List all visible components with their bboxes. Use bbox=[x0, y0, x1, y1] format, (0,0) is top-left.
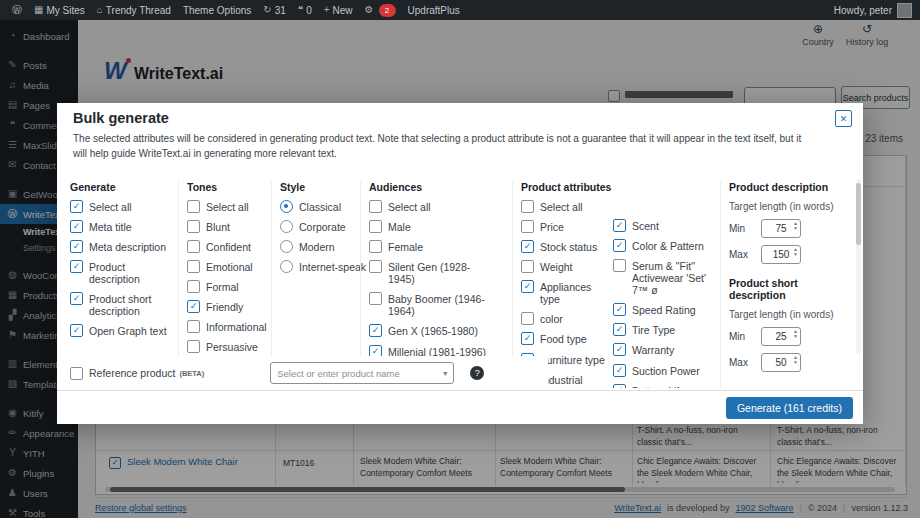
checkbox-product-short-description[interactable]: Product short description bbox=[70, 292, 175, 317]
checkbox-friendly[interactable]: Friendly bbox=[187, 300, 273, 313]
checkbox-icon bbox=[369, 240, 382, 253]
checkbox-color[interactable]: color bbox=[521, 312, 613, 325]
checkbox-meta-description[interactable]: Meta description bbox=[70, 240, 175, 253]
checkbox-baby-boomer-1946-1964[interactable]: Baby Boomer (1946-1964) bbox=[369, 292, 495, 317]
checkbox-price[interactable]: Price bbox=[521, 220, 613, 233]
checkbox-formal[interactable]: Formal bbox=[187, 280, 273, 293]
checkbox-select-all[interactable]: Select all bbox=[70, 200, 175, 213]
admin-bar-item-plugin-icon[interactable]: ⚙2 bbox=[359, 0, 402, 20]
generate-button[interactable]: Generate (161 credits) bbox=[726, 397, 853, 419]
option-label: Weight bbox=[540, 260, 573, 273]
checkbox-speed-rating[interactable]: Speed Rating bbox=[613, 303, 718, 316]
checkbox-color-pattern[interactable]: Color & Pattern bbox=[613, 239, 718, 252]
admin-bar-item-theme-options[interactable]: Theme Options bbox=[177, 0, 257, 20]
checkbox-weight[interactable]: Weight bbox=[521, 260, 613, 273]
modal-scrollbar-thumb[interactable] bbox=[856, 183, 861, 245]
checkbox-product-description[interactable]: Product description bbox=[70, 260, 175, 285]
radio-icon bbox=[280, 240, 293, 253]
option-label: Battery Life bbox=[632, 384, 685, 388]
checkbox-icon bbox=[70, 324, 83, 337]
short-description-max-input[interactable]: 50 ▲▼ bbox=[761, 353, 801, 372]
option-label: Modern bbox=[299, 240, 335, 253]
checkbox-select-all[interactable]: Select all bbox=[521, 200, 613, 213]
close-icon[interactable]: ✕ bbox=[835, 110, 852, 127]
admin-bar-item-updraftplus[interactable]: UpdraftPlus bbox=[402, 0, 466, 20]
checkbox-confident[interactable]: Confident bbox=[187, 240, 273, 253]
checkbox-appliances-type[interactable]: Appliances type bbox=[521, 280, 613, 305]
plugin-icon: ⚙ bbox=[365, 5, 374, 15]
checkbox-gen-x-1965-1980[interactable]: Gen X (1965-1980) bbox=[369, 324, 495, 337]
select-placeholder: Select or enter product name bbox=[277, 368, 400, 379]
product-short-description-header: Product short description bbox=[729, 277, 851, 302]
radio-modern[interactable]: Modern bbox=[280, 240, 368, 253]
checkbox-icon bbox=[187, 320, 200, 333]
checkbox-suction-power[interactable]: Suction Power bbox=[613, 364, 718, 377]
admin-bar-item-new[interactable]: +New bbox=[318, 0, 359, 20]
radio-classical[interactable]: Classical bbox=[280, 200, 368, 213]
admin-bar-item-0[interactable]: ❝0 bbox=[292, 0, 318, 20]
checkbox-icon bbox=[187, 220, 200, 233]
checkbox-icon bbox=[70, 220, 83, 233]
stepper-arrows-icon[interactable]: ▲▼ bbox=[793, 329, 798, 339]
admin-bar-item-wordpress-logo-icon[interactable]: Ⓦ bbox=[6, 0, 28, 20]
checkbox-icon bbox=[521, 260, 534, 273]
reference-product-select[interactable]: Select or enter product name ▾ bbox=[270, 362, 454, 384]
option-label: Color & Pattern bbox=[632, 239, 704, 252]
option-label: Male bbox=[388, 220, 411, 233]
admin-bar-item-label: 31 bbox=[275, 5, 286, 16]
checkbox-select-all[interactable]: Select all bbox=[369, 200, 495, 213]
checkbox-meta-title[interactable]: Meta title bbox=[70, 220, 175, 233]
admin-bar-item-label: New bbox=[333, 5, 353, 16]
option-label: Emotional bbox=[206, 260, 253, 273]
checkbox-warranty[interactable]: Warranty bbox=[613, 343, 718, 356]
checkbox-male[interactable]: Male bbox=[369, 220, 495, 233]
admin-bar-item-my-sites[interactable]: ▦My Sites bbox=[28, 0, 91, 20]
checkbox-blunt[interactable]: Blunt bbox=[187, 220, 273, 233]
stepper-arrows-icon[interactable]: ▲▼ bbox=[793, 355, 798, 365]
checkbox-icon bbox=[70, 260, 83, 273]
radio-corporate[interactable]: Corporate bbox=[280, 220, 368, 233]
checkbox-select-all[interactable]: Select all bbox=[187, 200, 273, 213]
description-max-input[interactable]: 150 ▲▼ bbox=[761, 245, 801, 264]
min-value: 25 bbox=[775, 331, 786, 342]
checkbox-female[interactable]: Female bbox=[369, 240, 495, 253]
length-settings-column: Product description Target length (in wo… bbox=[720, 181, 851, 388]
checkbox-serum-fit-activewear-set-7[interactable]: Serum & "Fit" Activewear 'Set' 7™ ø bbox=[613, 259, 718, 296]
checkbox-icon bbox=[613, 259, 626, 272]
checkbox-informational[interactable]: Informational bbox=[187, 320, 273, 333]
checkbox-silent-gen-1928-1945[interactable]: Silent Gen (1928-1945) bbox=[369, 260, 495, 285]
stepper-arrows-icon[interactable]: ▲▼ bbox=[793, 221, 798, 231]
help-icon[interactable]: ? bbox=[470, 366, 484, 380]
checkbox-scent[interactable]: Scent bbox=[613, 219, 718, 232]
option-label: Silent Gen (1928-1945) bbox=[388, 260, 495, 285]
target-length-label: Target length (in words) bbox=[729, 201, 851, 212]
update-count-badge: 2 bbox=[379, 4, 396, 17]
admin-bar-item-trendy-thread[interactable]: ⌂Trendy Thread bbox=[91, 0, 177, 20]
reference-product-row: Reference product (BETA) Select or enter… bbox=[70, 356, 548, 390]
option-label: Friendly bbox=[206, 300, 243, 313]
checkbox-persuasive[interactable]: Persuasive bbox=[187, 340, 273, 353]
max-value: 150 bbox=[773, 249, 790, 260]
short-description-min-input[interactable]: 25 ▲▼ bbox=[761, 327, 801, 346]
checkbox-battery-life[interactable]: Battery Life bbox=[613, 384, 718, 388]
stepper-arrows-icon[interactable]: ▲▼ bbox=[793, 247, 798, 257]
min-label: Min bbox=[729, 223, 751, 234]
checkbox-icon bbox=[521, 200, 534, 213]
option-label: Furniture type bbox=[540, 353, 605, 366]
reference-product-checkbox[interactable] bbox=[70, 367, 83, 380]
checkbox-emotional[interactable]: Emotional bbox=[187, 260, 273, 273]
wp-admin-bar: Ⓦ▦My Sites⌂Trendy ThreadTheme Options↻31… bbox=[0, 0, 920, 20]
admin-bar-item-31[interactable]: ↻31 bbox=[257, 0, 292, 20]
checkbox-icon bbox=[613, 239, 626, 252]
admin-bar-account[interactable]: Howdy, peter bbox=[834, 3, 914, 18]
description-min-input[interactable]: 75 ▲▼ bbox=[761, 219, 801, 238]
checkbox-stock-status[interactable]: Stock status bbox=[521, 240, 613, 253]
radio-internet-speak[interactable]: Internet-speak bbox=[280, 260, 368, 273]
checkbox-tire-type[interactable]: Tire Type bbox=[613, 323, 718, 336]
admin-bar-item-label: 0 bbox=[306, 5, 312, 16]
checkbox-food-type[interactable]: Food type bbox=[521, 332, 613, 345]
checkbox-open-graph-text[interactable]: Open Graph text bbox=[70, 324, 175, 337]
wordpress-logo-icon: Ⓦ bbox=[12, 5, 22, 15]
checkbox-icon bbox=[521, 332, 534, 345]
option-label: Baby Boomer (1946-1964) bbox=[388, 292, 495, 317]
